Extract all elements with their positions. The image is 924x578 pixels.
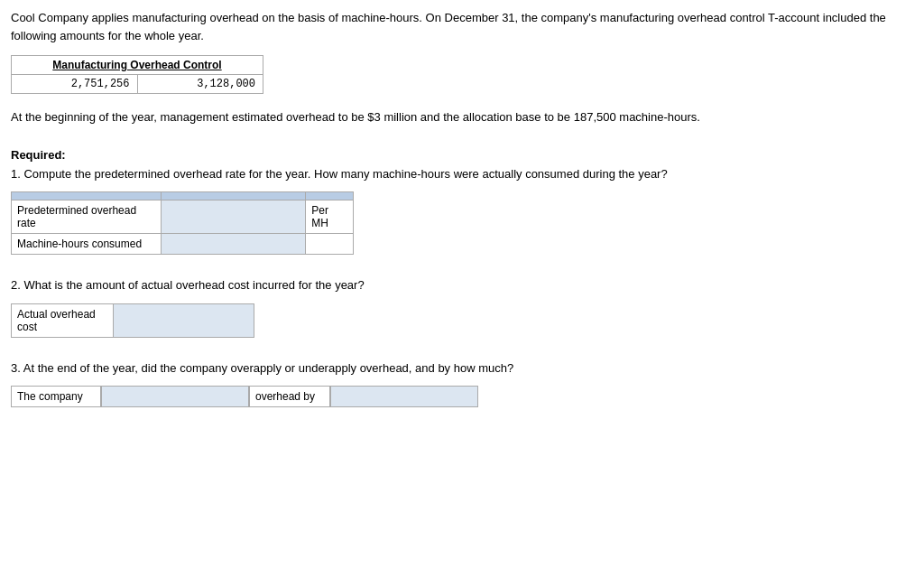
q1-row-2: Machine-hours consumed	[12, 234, 354, 255]
q3-overhead-input[interactable]	[337, 390, 472, 403]
required-label: Required:	[11, 148, 913, 162]
q1-table-header-row	[12, 192, 354, 200]
q3-section: 3. At the end of the year, did the compa…	[11, 359, 913, 408]
q2-input-cell	[113, 303, 254, 337]
q1-row-1: Predetermined overhead rate Per MH	[12, 200, 354, 234]
q3-text: 3. At the end of the year, did the compa…	[11, 359, 913, 378]
t-account-row: 2,751,256 3,128,000	[12, 75, 263, 93]
q1-col1-header	[12, 192, 162, 200]
q2-table: Actual overhead cost	[11, 303, 254, 338]
q2-input[interactable]	[119, 314, 248, 327]
section2: At the beginning of the year, management…	[11, 108, 913, 126]
q1-col2-header	[161, 192, 306, 200]
required-section: Required: 1. Compute the predetermined o…	[11, 148, 913, 256]
q3-overhead-input-cell	[330, 386, 478, 407]
q1-row2-input-cell	[161, 234, 306, 255]
q1-row2-label: Machine-hours consumed	[12, 234, 162, 255]
t-account: Manufacturing Overhead Control 2,751,256…	[11, 55, 263, 94]
q1-row1-input[interactable]	[167, 210, 300, 223]
q1-row1-unit: Per MH	[306, 200, 354, 234]
q1-table: Predetermined overhead rate Per MH Machi…	[11, 191, 354, 255]
q1-row2-input[interactable]	[167, 238, 300, 250]
q2-section: 2. What is the amount of actual overhead…	[11, 276, 913, 338]
section2-text: At the beginning of the year, management…	[11, 108, 913, 126]
t-account-right-value: 3,128,000	[138, 75, 263, 93]
q3-company-input-cell	[101, 386, 249, 407]
q1-text: 1. Compute the predetermined overhead ra…	[11, 165, 913, 183]
q2-row: Actual overhead cost	[12, 303, 254, 337]
q1-row2-unit	[306, 234, 354, 255]
t-account-header: Manufacturing Overhead Control	[12, 56, 263, 75]
q3-row: The company overhead by	[11, 386, 913, 407]
q2-text: 2. What is the amount of actual overhead…	[11, 276, 913, 294]
q2-label: Actual overhead cost	[12, 303, 114, 337]
q1-row1-input-cell	[161, 200, 306, 234]
intro-text: Cool Company applies manufacturing overh…	[11, 9, 913, 44]
q1-row1-label: Predetermined overhead rate	[12, 200, 162, 234]
q3-company-label: The company	[11, 386, 101, 407]
q3-overhead-label: overhead by	[249, 386, 330, 407]
t-account-left-value: 2,751,256	[12, 75, 138, 93]
q1-col3-header	[306, 192, 354, 200]
q3-company-input[interactable]	[107, 390, 243, 403]
